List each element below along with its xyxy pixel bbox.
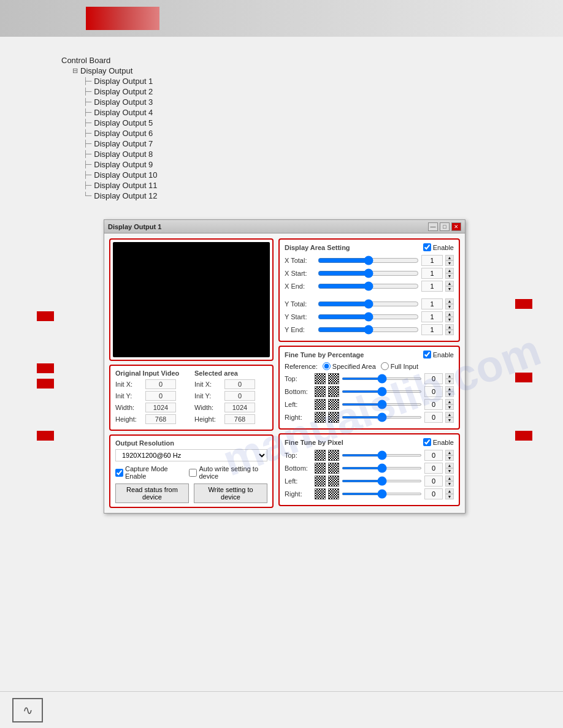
px-top-icon1[interactable] xyxy=(315,450,326,461)
pct-bottom-down[interactable]: ▼ xyxy=(445,392,454,397)
x-total-input[interactable] xyxy=(421,255,443,266)
x-start-up[interactable]: ▲ xyxy=(445,268,454,273)
x-total-up[interactable]: ▲ xyxy=(445,255,454,260)
tree-child-3[interactable]: ├─ Display Output 3 xyxy=(83,97,514,107)
pct-left-input[interactable] xyxy=(424,399,443,410)
read-status-button[interactable]: Read status from device xyxy=(115,483,189,503)
maximize-button[interactable]: □ xyxy=(440,222,450,231)
x-start-down[interactable]: ▼ xyxy=(445,273,454,279)
y-total-up[interactable]: ▲ xyxy=(445,298,454,304)
write-setting-button[interactable]: Write setting to device xyxy=(194,483,267,503)
pct-bottom-slider[interactable] xyxy=(342,390,422,393)
x-total-down[interactable]: ▼ xyxy=(445,260,454,266)
fine-tune-pct-checkbox[interactable] xyxy=(423,351,431,358)
y-end-down[interactable]: ▼ xyxy=(445,330,454,335)
y-total-input[interactable] xyxy=(421,298,443,309)
px-top-icon2[interactable] xyxy=(328,450,339,461)
pct-left-slider[interactable] xyxy=(342,403,422,406)
x-end-slider[interactable] xyxy=(318,281,419,292)
y-start-slider[interactable] xyxy=(318,311,419,322)
pct-right-icon1[interactable] xyxy=(315,412,326,423)
tree-child-12[interactable]: └─ Display Output 12 xyxy=(83,191,514,201)
tree-child-4[interactable]: ├─ Display Output 4 xyxy=(83,107,514,118)
pct-top-icon1[interactable] xyxy=(315,373,326,384)
pct-bottom-up[interactable]: ▲ xyxy=(445,386,454,392)
pct-bottom-input[interactable] xyxy=(424,386,443,397)
y-end-input[interactable] xyxy=(421,324,443,335)
px-bottom-icon2[interactable] xyxy=(328,463,339,474)
y-end-up[interactable]: ▲ xyxy=(445,324,454,330)
px-bottom-slider[interactable] xyxy=(342,467,422,469)
px-left-up[interactable]: ▲ xyxy=(445,476,454,481)
resolution-dropdown[interactable]: 1920X1200@60 Hz 1920X1080@60 Hz 1280X720… xyxy=(115,449,267,461)
pct-bottom-icon1[interactable] xyxy=(315,386,326,397)
x-end-down[interactable]: ▼ xyxy=(445,286,454,292)
pct-bottom-icon2[interactable] xyxy=(328,386,339,397)
tree-child-2[interactable]: ├─ Display Output 2 xyxy=(83,86,514,97)
pct-top-down[interactable]: ▼ xyxy=(445,379,454,384)
pct-right-slider[interactable] xyxy=(342,416,422,419)
y-end-slider[interactable] xyxy=(318,324,419,335)
px-left-slider[interactable] xyxy=(342,480,422,482)
display-area-header: Display Area Setting Enable xyxy=(285,243,454,251)
px-left-icon2[interactable] xyxy=(328,476,339,487)
px-right-input[interactable] xyxy=(424,488,443,499)
px-right-slider[interactable] xyxy=(342,493,422,495)
specified-area-radio[interactable] xyxy=(323,362,331,370)
tree-child-11[interactable]: ├─ Display Output 11 xyxy=(83,180,514,191)
pct-top-input[interactable] xyxy=(424,373,443,384)
x-end-up[interactable]: ▲ xyxy=(445,281,454,286)
px-top-up[interactable]: ▲ xyxy=(445,450,454,455)
x-start-slider[interactable] xyxy=(318,268,419,279)
tree-child-6[interactable]: ├─ Display Output 6 xyxy=(83,128,514,138)
px-top-input[interactable] xyxy=(424,450,443,461)
auto-write-checkbox[interactable] xyxy=(189,469,197,477)
y-total-slider[interactable] xyxy=(318,298,419,309)
px-bottom-input[interactable] xyxy=(424,463,443,474)
px-left-input[interactable] xyxy=(424,476,443,487)
x-total-slider[interactable] xyxy=(318,255,419,266)
px-top-slider[interactable] xyxy=(342,454,422,457)
px-right-down[interactable]: ▼ xyxy=(445,494,454,499)
tree-child-10[interactable]: ├─ Display Output 10 xyxy=(83,170,514,180)
pct-top-up[interactable]: ▲ xyxy=(445,373,454,379)
pct-left-up[interactable]: ▲ xyxy=(445,399,454,404)
tree-root[interactable]: Control Board xyxy=(61,55,514,66)
tree-child-7[interactable]: ├─ Display Output 7 xyxy=(83,138,514,149)
pct-left-icon1[interactable] xyxy=(315,399,326,410)
px-right-icon2[interactable] xyxy=(328,488,339,499)
pct-right-icon2[interactable] xyxy=(328,412,339,423)
px-bottom-down[interactable]: ▼ xyxy=(445,468,454,474)
tree-parent-display-output[interactable]: ⊟ Display Output xyxy=(72,66,514,76)
y-start-input[interactable] xyxy=(421,311,443,322)
px-bottom-icon1[interactable] xyxy=(315,463,326,474)
capture-mode-checkbox[interactable] xyxy=(115,469,123,477)
px-left-icon1[interactable] xyxy=(315,476,326,487)
tree-child-9[interactable]: ├─ Display Output 9 xyxy=(83,159,514,170)
tree-child-1[interactable]: ├─ Display Output 1 xyxy=(83,76,514,86)
y-start-up[interactable]: ▲ xyxy=(445,311,454,317)
pct-left-icon2[interactable] xyxy=(328,399,339,410)
x-end-input[interactable] xyxy=(421,281,443,292)
px-left-down[interactable]: ▼ xyxy=(445,481,454,487)
full-input-radio[interactable] xyxy=(381,362,389,370)
x-start-input[interactable] xyxy=(421,268,443,279)
px-bottom-up[interactable]: ▲ xyxy=(445,463,454,468)
minimize-button[interactable]: — xyxy=(428,222,438,231)
pct-right-input[interactable] xyxy=(424,412,443,423)
pct-left-down[interactable]: ▼ xyxy=(445,404,454,410)
y-start-down[interactable]: ▼ xyxy=(445,317,454,322)
pct-top-icon2[interactable] xyxy=(328,373,339,384)
pct-top-slider[interactable] xyxy=(342,377,422,380)
display-area-enable-checkbox[interactable] xyxy=(423,243,431,251)
y-total-down[interactable]: ▼ xyxy=(445,304,454,309)
px-right-up[interactable]: ▲ xyxy=(445,488,454,494)
close-button[interactable]: ✕ xyxy=(451,222,461,231)
px-right-icon1[interactable] xyxy=(315,488,326,499)
pct-right-down[interactable]: ▼ xyxy=(445,417,454,423)
tree-child-5[interactable]: ├─ Display Output 5 xyxy=(83,118,514,128)
tree-child-8[interactable]: ├─ Display Output 8 xyxy=(83,149,514,159)
pct-right-up[interactable]: ▲ xyxy=(445,412,454,417)
px-top-down[interactable]: ▼ xyxy=(445,455,454,461)
fine-tune-px-checkbox[interactable] xyxy=(423,438,431,446)
